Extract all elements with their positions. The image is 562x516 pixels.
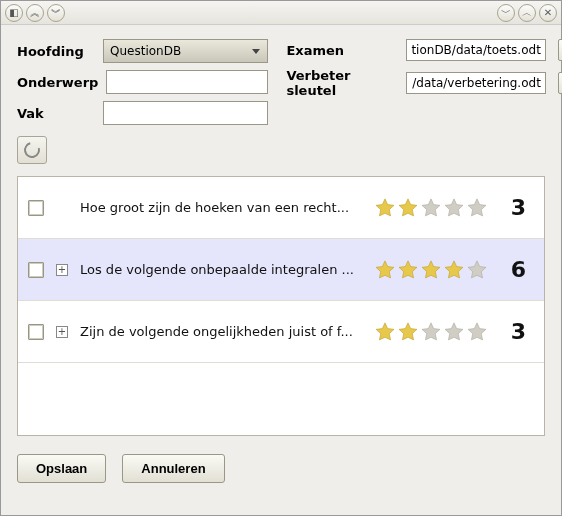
row-checkbox[interactable] <box>28 262 44 278</box>
question-count: 6 <box>500 257 526 282</box>
expand-icon[interactable]: + <box>56 326 68 338</box>
rating-stars[interactable] <box>374 321 488 343</box>
cancel-button[interactable]: Annuleren <box>122 454 224 483</box>
question-text: Hoe groot zijn de hoeken van een recht..… <box>80 200 362 215</box>
rating-stars[interactable] <box>374 197 488 219</box>
star-icon <box>374 321 396 343</box>
vak-input[interactable] <box>103 101 268 125</box>
onderwerp-input[interactable] <box>106 70 268 94</box>
question-row[interactable]: +Zijn de volgende ongelijkheden juist of… <box>18 301 544 363</box>
star-icon <box>443 321 465 343</box>
window: ◧ ︽ ︾ ﹀ ︿ ✕ Hoofding QuestionDB Onderwer… <box>0 0 562 516</box>
star-icon <box>420 321 442 343</box>
question-count: 3 <box>500 319 526 344</box>
refresh-icon <box>21 139 43 161</box>
star-icon <box>466 259 488 281</box>
star-icon <box>420 259 442 281</box>
question-count: 3 <box>500 195 526 220</box>
refresh-button[interactable] <box>17 136 47 164</box>
row-checkbox[interactable] <box>28 200 44 216</box>
star-icon <box>374 197 396 219</box>
star-icon <box>374 259 396 281</box>
verbeter-label: Verbeter sleutel <box>286 68 398 98</box>
examen-label: Examen <box>286 43 398 58</box>
collapse-down-icon[interactable]: ︾ <box>47 4 65 22</box>
star-icon <box>397 259 419 281</box>
verbeter-browse-button[interactable] <box>558 72 562 94</box>
star-icon <box>466 321 488 343</box>
expand-icon[interactable]: + <box>56 264 68 276</box>
examen-browse-button[interactable] <box>558 39 562 61</box>
save-button[interactable]: Opslaan <box>17 454 106 483</box>
maximize-icon[interactable]: ︿ <box>518 4 536 22</box>
content: Hoofding QuestionDB Onderwerp Vak Examen… <box>1 25 561 493</box>
question-row[interactable]: +Los de volgende onbepaalde integralen .… <box>18 239 544 301</box>
star-icon <box>466 197 488 219</box>
verbeter-field[interactable]: /data/verbetering.odt <box>406 72 545 94</box>
hoofding-select[interactable]: QuestionDB <box>103 39 268 63</box>
form-grid: Hoofding QuestionDB Onderwerp Vak Examen… <box>17 39 545 132</box>
star-icon <box>420 197 442 219</box>
close-icon[interactable]: ✕ <box>539 4 557 22</box>
hoofding-label: Hoofding <box>17 44 95 59</box>
examen-field[interactable]: tionDB/data/toets.odt <box>406 39 545 61</box>
rating-stars[interactable] <box>374 259 488 281</box>
window-icon[interactable]: ◧ <box>5 4 23 22</box>
star-icon <box>397 197 419 219</box>
question-text: Los de volgende onbepaalde integralen ..… <box>80 262 362 277</box>
question-text: Zijn de volgende ongelijkheden juist of … <box>80 324 362 339</box>
question-row[interactable]: Hoe groot zijn de hoeken van een recht..… <box>18 177 544 239</box>
collapse-up-icon[interactable]: ︽ <box>26 4 44 22</box>
onderwerp-label: Onderwerp <box>17 75 98 90</box>
star-icon <box>443 197 465 219</box>
minimize-icon[interactable]: ﹀ <box>497 4 515 22</box>
star-icon <box>443 259 465 281</box>
star-icon <box>397 321 419 343</box>
question-list: Hoe groot zijn de hoeken van een recht..… <box>17 176 545 436</box>
titlebar: ◧ ︽ ︾ ﹀ ︿ ✕ <box>1 1 561 25</box>
row-checkbox[interactable] <box>28 324 44 340</box>
vak-label: Vak <box>17 106 95 121</box>
